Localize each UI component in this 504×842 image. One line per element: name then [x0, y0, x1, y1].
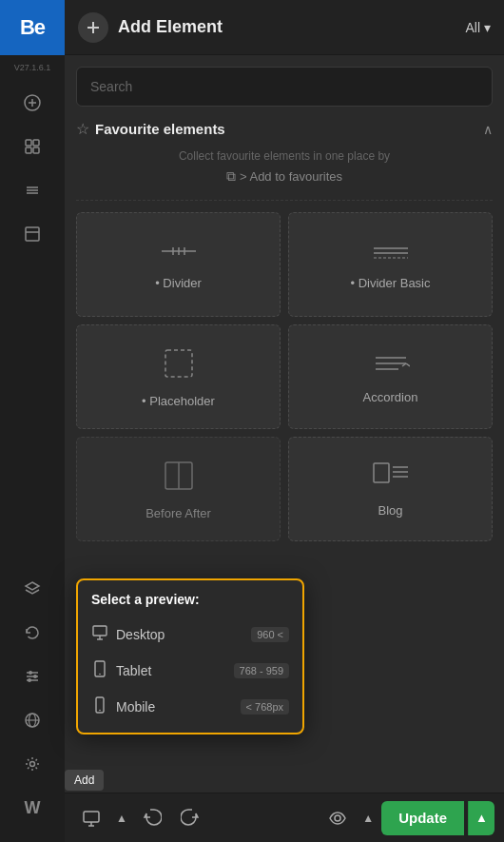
bottom-toolbar: ▲ ▲ Update ▲	[65, 793, 504, 842]
favourites-hint-text: Collect favourite elements in one place …	[179, 149, 390, 163]
filter-label: All	[465, 20, 480, 35]
section-divider	[76, 200, 493, 201]
divider-card-label: • Divider	[155, 276, 202, 290]
svg-point-16	[29, 671, 32, 675]
favourites-title-group: ☆ Favourite elements	[76, 120, 225, 138]
sidebar-item-layers[interactable]	[13, 570, 51, 608]
sidebar-item-settings[interactable]	[13, 745, 51, 783]
svg-rect-32	[165, 350, 192, 377]
preview-popup: Select a preview: Desktop 960 < Tablet 7…	[76, 578, 304, 734]
sidebar-bottom: W	[13, 570, 51, 842]
element-card-divider[interactable]: • Divider	[76, 212, 281, 317]
svg-line-37	[406, 363, 410, 366]
preview-mobile-label: Mobile	[116, 699, 155, 715]
divider-card-icon	[160, 240, 198, 268]
favourites-hint: Collect favourite elements in one place …	[76, 144, 493, 168]
accordion-card-label: Accordion	[363, 390, 418, 404]
accordion-card-icon	[372, 350, 410, 382]
sidebar-item-globe[interactable]	[13, 701, 51, 739]
element-card-before-after[interactable]: Before After	[76, 437, 281, 541]
preview-popup-title: Select a preview:	[78, 592, 302, 617]
svg-point-17	[33, 675, 37, 678]
toolbar-desktop-chevron[interactable]: ▲	[112, 801, 131, 835]
svg-rect-10	[26, 227, 39, 241]
before-after-card-label: Before After	[145, 506, 211, 520]
element-card-placeholder[interactable]: • Placeholder	[76, 324, 281, 429]
desktop-icon	[91, 624, 108, 645]
sidebar-nav	[13, 84, 51, 570]
filter-dropdown[interactable]: All ▾	[465, 20, 491, 35]
filter-chevron-icon: ▾	[484, 20, 491, 35]
sidebar-item-sort[interactable]	[13, 171, 51, 209]
element-card-accordion[interactable]: Accordion	[288, 324, 493, 429]
sidebar-item-layout[interactable]	[13, 215, 51, 253]
preview-tablet-item[interactable]: Tablet 768 - 959	[78, 653, 302, 689]
search-container	[65, 55, 504, 112]
preview-tablet-label: Tablet	[116, 663, 151, 678]
preview-desktop-left: Desktop	[91, 624, 165, 645]
svg-rect-3	[26, 140, 31, 146]
add-element-icon-btn[interactable]	[78, 12, 108, 43]
preview-mobile-item[interactable]: Mobile < 768px	[78, 689, 302, 725]
placeholder-card-icon	[162, 346, 196, 386]
add-to-favourites[interactable]: ⧉ > Add to favourites	[76, 168, 493, 185]
header: Add Element All ▾	[65, 0, 504, 55]
favourites-section: ☆ Favourite elements ∧ Collect favourite…	[65, 112, 504, 192]
divider-basic-card-icon	[372, 240, 410, 268]
blog-card-label: Blog	[378, 503, 402, 518]
tablet-icon	[91, 660, 108, 681]
update-chevron-btn[interactable]: ▲	[468, 801, 494, 835]
star-icon: ☆	[76, 120, 89, 138]
header-title: Add Element	[118, 17, 456, 37]
divider-basic-card-label: • Divider Basic	[350, 276, 430, 290]
preview-mobile-badge: < 768px	[241, 699, 289, 715]
placeholder-card-label: • Placeholder	[142, 394, 215, 408]
toolbar-undo-btn[interactable]	[135, 801, 169, 835]
app-logo: Be	[0, 0, 65, 55]
search-input[interactable]	[76, 67, 493, 107]
app-version: V27.1.6.1	[14, 63, 51, 72]
element-card-divider-basic[interactable]: • Divider Basic	[288, 212, 493, 317]
preview-desktop-label: Desktop	[116, 627, 165, 642]
svg-point-54	[335, 815, 340, 821]
svg-rect-40	[374, 463, 389, 482]
svg-rect-6	[33, 147, 39, 153]
toolbar-preview-btn[interactable]	[320, 801, 355, 835]
svg-point-22	[30, 762, 35, 767]
favourites-header: ☆ Favourite elements ∧	[76, 120, 493, 138]
svg-rect-51	[84, 812, 99, 822]
sidebar-item-grid[interactable]	[13, 127, 51, 166]
svg-point-18	[28, 678, 31, 682]
preview-desktop-badge: 960 <	[251, 627, 289, 642]
sidebar-item-wordpress[interactable]: W	[13, 789, 51, 827]
toolbar-redo-btn[interactable]	[173, 801, 207, 835]
svg-point-48	[99, 674, 101, 676]
mobile-icon	[91, 696, 108, 717]
sidebar-item-add[interactable]	[13, 84, 51, 122]
toolbar-preview-chevron[interactable]: ▲	[359, 801, 378, 835]
toolbar-desktop-btn[interactable]	[74, 801, 108, 835]
before-after-card-icon	[162, 459, 196, 499]
svg-point-50	[99, 710, 101, 712]
add-to-fav-label: > Add to favourites	[240, 169, 342, 184]
collapse-icon[interactable]: ∧	[483, 122, 493, 137]
svg-rect-5	[26, 147, 31, 153]
svg-rect-4	[33, 140, 39, 146]
element-card-blog[interactable]: Blog	[288, 437, 493, 541]
favourites-title: Favourite elements	[95, 121, 225, 137]
update-button[interactable]: Update	[381, 801, 464, 835]
svg-rect-44	[93, 626, 107, 636]
preview-mobile-left: Mobile	[91, 696, 155, 717]
preview-tablet-left: Tablet	[91, 660, 151, 681]
sidebar-item-sliders[interactable]	[13, 657, 51, 695]
preview-desktop-item[interactable]: Desktop 960 <	[78, 617, 302, 653]
elements-grid: • Divider • Divider Basic • Placeholder	[65, 208, 504, 545]
preview-tablet-badge: 768 - 959	[234, 663, 289, 678]
sidebar-item-history[interactable]	[13, 614, 51, 652]
blog-card-icon	[372, 461, 410, 496]
svg-marker-12	[26, 582, 39, 590]
sidebar: Be V27.1.6.1 W	[0, 0, 65, 842]
add-tooltip: Add	[65, 770, 104, 791]
element-icon-small: ⧉	[226, 168, 236, 185]
